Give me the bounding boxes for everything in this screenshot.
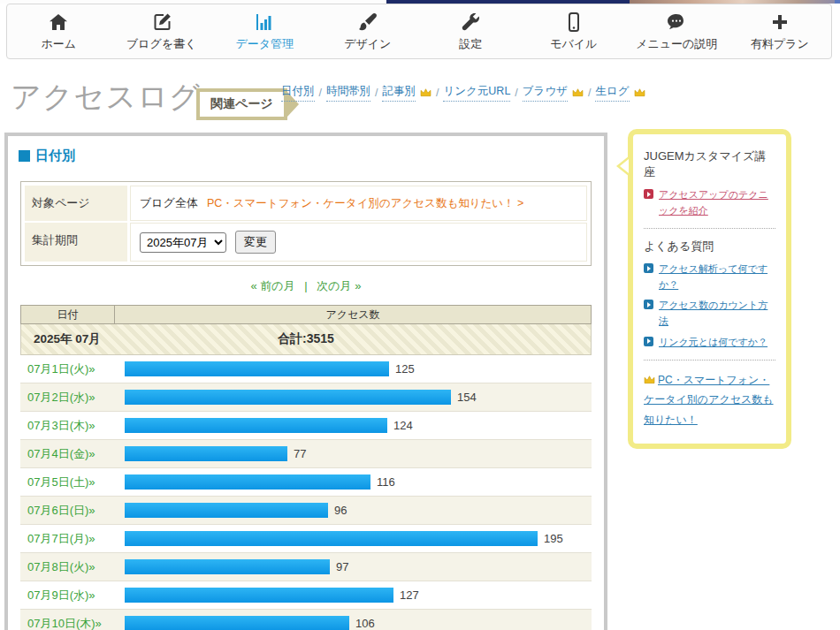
nav-item-0[interactable]: ホーム	[7, 4, 111, 58]
access-count: 97	[336, 560, 348, 573]
access-bar	[125, 446, 287, 461]
course-title: JUGEMカスタマイズ講座	[644, 148, 775, 180]
nav-item-6[interactable]: メニューの説明	[625, 4, 729, 58]
access-count: 154	[457, 391, 477, 404]
change-button[interactable]: 変更	[235, 231, 276, 254]
month-nav-separator: |	[304, 279, 307, 292]
date-link[interactable]: 07月5日(土)»	[20, 474, 125, 490]
date-link[interactable]: 07月9日(水)»	[20, 588, 125, 603]
table-row: 07月5日(土)»116	[20, 468, 592, 497]
tab-separator: /	[588, 87, 591, 99]
nav-item-2[interactable]: データ管理	[213, 4, 317, 58]
access-bar	[125, 418, 387, 433]
page-title: アクセスログ	[11, 77, 201, 118]
period-select[interactable]: 2025年07月	[140, 232, 226, 253]
sidebar-link-row: リンク元とは何ですか？	[644, 335, 775, 351]
target-page-value: ブログ全体	[140, 195, 198, 211]
bar-area: 125	[125, 361, 592, 376]
month-nav: « 前の月 | 次の月 »	[8, 278, 604, 294]
sidebar-link[interactable]: アクセス数のカウント方法	[659, 298, 775, 329]
report-tabs: 日付別/時間帯別/記事別/リンク元URL/ブラウザ/生ログ	[281, 84, 653, 102]
nav-item-7[interactable]: 有料プラン	[729, 4, 832, 58]
section-square-icon	[19, 150, 30, 162]
nav-item-label: デザイン	[344, 36, 391, 52]
tab-4[interactable]: ブラウザ	[523, 84, 568, 102]
nav-item-label: ブログを書く	[126, 36, 197, 52]
prev-month-link[interactable]: « 前の月	[251, 279, 295, 292]
access-count: 77	[294, 447, 306, 460]
related-pages-badge: 関連ページ	[196, 88, 287, 120]
table-header-row: 日付 アクセス数	[20, 305, 592, 324]
crown-icon	[644, 371, 655, 386]
bar-chart-icon	[254, 11, 275, 34]
tab-1[interactable]: 時間帯別	[326, 84, 370, 102]
table-row: 07月10日(木)»106	[20, 610, 592, 630]
target-page-value-cell: ブログ全体 PC・スマートフォン・ケータイ別のアクセス数も知りたい！ >	[130, 186, 587, 221]
nav-item-label: ホーム	[41, 36, 76, 52]
plus-icon	[769, 11, 790, 34]
bar-area: 106	[125, 616, 592, 630]
home-icon	[48, 11, 69, 34]
tab-2[interactable]: 記事別	[382, 84, 416, 102]
next-month-link[interactable]: 次の月 »	[317, 279, 361, 292]
access-count: 96	[334, 504, 347, 517]
sidebar-link[interactable]: アクセス解析って何ですか？	[659, 262, 775, 292]
access-bar	[125, 559, 330, 574]
date-link[interactable]: 07月1日(火)»	[20, 361, 125, 377]
tab-separator: /	[375, 87, 378, 99]
target-page-row: 対象ページ ブログ全体 PC・スマートフォン・ケータイ別のアクセス数も知りたい！…	[25, 186, 587, 221]
sidebar-link[interactable]: アクセスアップのテクニックを紹介	[659, 187, 775, 218]
bar-area: 116	[125, 474, 592, 490]
course-links: アクセスアップのテクニックを紹介	[644, 187, 775, 218]
nav-item-4[interactable]: 設定	[419, 4, 523, 58]
dotted-divider	[644, 360, 775, 361]
access-count: 116	[377, 475, 395, 489]
date-link[interactable]: 07月8日(火)»	[20, 559, 125, 575]
bar-area: 154	[125, 390, 592, 405]
date-link[interactable]: 07月7日(月)»	[20, 531, 125, 547]
date-link[interactable]: 07月6日(日)»	[20, 503, 125, 519]
crown-icon	[420, 87, 431, 99]
nav-item-label: メニューの説明	[636, 36, 717, 52]
top-nav: ホームブログを書くデータ管理デザイン設定モバイルメニューの説明有料プラン	[6, 4, 832, 59]
table-row: 07月8日(火)»97	[20, 553, 592, 581]
access-bar	[125, 474, 370, 490]
speech-bubble-icon	[666, 11, 687, 34]
date-link[interactable]: 07月3日(木)»	[20, 418, 125, 434]
date-link[interactable]: 07月2日(水)»	[20, 390, 125, 406]
access-log-page: ホームブログを書くデータ管理デザイン設定モバイルメニューの説明有料プラン アクセ…	[0, 0, 840, 630]
strip-segment	[835, 0, 840, 4]
sidebar-link-row: アクセス解析って何ですか？	[644, 262, 775, 292]
nav-item-label: データ管理	[235, 36, 294, 52]
promo-device-link[interactable]: PC・スマートフォン・ケータイ別のアクセス数も知りたい！	[644, 374, 774, 425]
target-page-label: 対象ページ	[25, 186, 127, 221]
crown-icon	[572, 87, 584, 99]
device-breakdown-link[interactable]: PC・スマートフォン・ケータイ別のアクセス数も知りたい！ >	[207, 196, 523, 211]
mobile-icon	[563, 11, 584, 34]
sidebar-link[interactable]: リンク元とは何ですか？	[659, 335, 767, 351]
crown-icon	[634, 87, 645, 99]
period-value-cell: 2025年07月 変更	[130, 223, 587, 262]
tab-0[interactable]: 日付別	[281, 84, 315, 102]
access-count: 125	[395, 362, 415, 376]
report-settings-form: 対象ページ ブログ全体 PC・スマートフォン・ケータイ別のアクセス数も知りたい！…	[20, 181, 592, 266]
tab-3[interactable]: リンク元URL	[443, 84, 510, 102]
nav-item-3[interactable]: デザイン	[317, 4, 420, 58]
date-link[interactable]: 07月10日(木)»	[20, 616, 125, 630]
table-row: 07月9日(水)»127	[20, 581, 592, 610]
nav-item-5[interactable]: モバイル	[523, 4, 626, 58]
table-row: 07月1日(火)»125	[20, 355, 592, 383]
section-title: 日付別	[35, 148, 75, 164]
access-bar	[125, 361, 389, 376]
faq-title: よくある質問	[644, 239, 775, 254]
arrow-bullet-icon	[644, 337, 653, 346]
access-bar	[125, 503, 328, 518]
main-panel: 日付別 対象ページ ブログ全体 PC・スマートフォン・ケータイ別のアクセス数も知…	[4, 133, 607, 630]
tab-separator: /	[436, 87, 439, 99]
section-header: 日付別	[19, 148, 604, 164]
tab-separator: /	[515, 87, 517, 99]
date-link[interactable]: 07月4日(金)»	[20, 446, 125, 462]
bar-area: 127	[125, 588, 592, 603]
nav-item-1[interactable]: ブログを書く	[111, 4, 214, 58]
tab-5[interactable]: 生ログ	[595, 84, 629, 102]
